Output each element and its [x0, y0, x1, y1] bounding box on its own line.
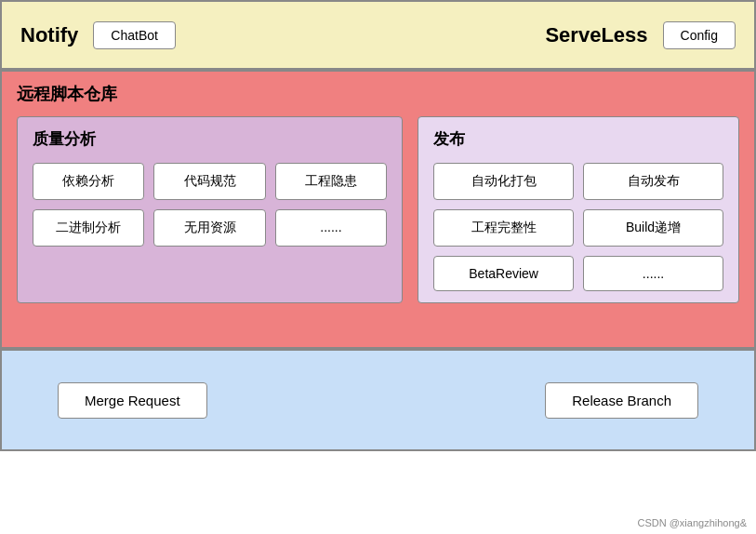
publish-item: BetaReview	[433, 256, 574, 291]
quality-item: 依赖分析	[33, 163, 144, 200]
quality-item: ......	[275, 209, 387, 247]
bottom-bar: Merge Request Release Branch	[0, 349, 756, 451]
publish-panel-title: 发布	[433, 128, 723, 150]
quality-panel-title: 质量分析	[33, 128, 387, 150]
quality-grid: 依赖分析代码规范工程隐患二进制分析无用资源......	[33, 163, 387, 247]
top-bar: Notify ChatBot ServeLess Config	[0, 0, 756, 70]
quality-item: 代码规范	[153, 163, 265, 200]
quality-item: 工程隐患	[275, 163, 387, 200]
notify-title: Notify	[20, 23, 78, 47]
panels-row: 质量分析 依赖分析代码规范工程隐患二进制分析无用资源...... 发布 自动化打…	[17, 116, 739, 303]
notify-section: Notify ChatBot	[20, 21, 176, 49]
release-branch-button[interactable]: Release Branch	[545, 382, 698, 419]
quality-panel: 质量分析 依赖分析代码规范工程隐患二进制分析无用资源......	[17, 116, 403, 303]
serverless-section: ServeLess Config	[545, 21, 736, 49]
publish-item: ......	[583, 256, 723, 291]
merge-request-button[interactable]: Merge Request	[58, 382, 207, 419]
remote-repo-title: 远程脚本仓库	[17, 83, 739, 105]
remote-repo-section: 远程脚本仓库 质量分析 依赖分析代码规范工程隐患二进制分析无用资源...... …	[0, 70, 756, 349]
config-button[interactable]: Config	[663, 21, 736, 49]
publish-item: 工程完整性	[433, 209, 574, 247]
publish-item: Build递增	[583, 209, 723, 247]
publish-grid: 自动化打包自动发布工程完整性Build递增BetaReview......	[433, 163, 723, 291]
publish-item: 自动化打包	[433, 163, 574, 200]
publish-panel: 发布 自动化打包自动发布工程完整性Build递增BetaReview......	[418, 116, 739, 303]
serverless-title: ServeLess	[545, 23, 647, 47]
publish-item: 自动发布	[583, 163, 723, 200]
chatbot-button[interactable]: ChatBot	[93, 21, 176, 49]
quality-item: 无用资源	[153, 209, 265, 247]
quality-item: 二进制分析	[33, 209, 144, 247]
watermark: CSDN @xiangzhihong&	[637, 517, 747, 528]
